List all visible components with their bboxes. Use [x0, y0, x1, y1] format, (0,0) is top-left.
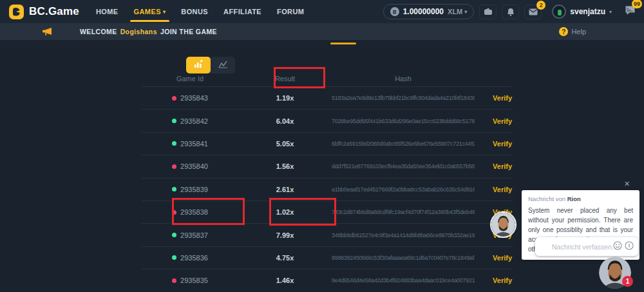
nav-right: ¤ 1.00000000 XLM ▾ [383, 4, 638, 19]
result-value: 5.05x [238, 140, 332, 148]
megaphone-icon [43, 28, 53, 36]
table-row: 29358392.61xa1bb0eaaf17ed4527669f2a0bba8… [142, 178, 512, 200]
game-id: 2935839 [180, 186, 208, 193]
game-id-cell: 2935836 [142, 254, 238, 262]
chat-toggle-button[interactable]: 99 [622, 4, 638, 19]
hash-value: 5183a2ea7e9d8e13fb79bbf21bc9ffc804dada4a… [332, 95, 475, 101]
message-from-label: Nachricht von [528, 195, 565, 202]
table-row: 29358364.75x8988392450666c53f30afaaaea69… [142, 246, 512, 269]
nav-item-home[interactable]: HOME [96, 0, 118, 23]
chevron-down-icon: ▾ [163, 9, 166, 15]
line-chart-icon [218, 59, 228, 71]
question-icon: ? [559, 27, 568, 36]
result-value: 6.04x [238, 117, 332, 125]
game-id: 2935835 [180, 277, 208, 284]
help-label: Help [571, 28, 586, 35]
table-row: 29358431.19x5183a2ea7e9d8e13fb79bbf21bc9… [142, 86, 512, 109]
user-avatar [552, 5, 566, 19]
welcome-username: Dogishans [120, 28, 157, 35]
nav-item-forum[interactable]: FORUM [277, 0, 304, 23]
game-id: 2935837 [180, 231, 208, 239]
verify-link[interactable]: Verify [475, 162, 512, 170]
table-row: 29358401.56xddd7f521e87769103ecf94ea35da… [142, 155, 512, 177]
gif-icon[interactable] [625, 241, 634, 253]
verify-link[interactable]: Verify [475, 117, 512, 125]
status-dot [172, 96, 176, 101]
status-dot [172, 187, 176, 191]
annotation-rect-result-header [274, 67, 325, 88]
brand[interactable]: BC.Game [9, 5, 79, 19]
nav-item-affiliate[interactable]: AFFILIATE [223, 0, 261, 23]
hash-value: a1bb0eaaf17ed4527669f2a0bba8cc53abab26c6… [332, 186, 475, 193]
table-row: 29358377.99x348bb9db61527e4c9f3e4a1414d9… [142, 223, 512, 246]
content-area: Game Id Result Hash 29358431.19x5183a2ea… [0, 40, 644, 292]
game-history-table: Game Id Result Hash 29358431.19x5183a2ea… [142, 71, 512, 292]
user-menu[interactable]: svenjatzu ▾ [552, 5, 612, 19]
status-dot [172, 233, 176, 237]
table-header-row: Game Id Result Hash [142, 71, 512, 86]
nav-item-label: HOME [96, 8, 118, 15]
status-dot [172, 255, 176, 260]
header-game-id: Game Id [142, 75, 238, 83]
message-sender: Rion [567, 195, 581, 202]
game-id: 2935842 [180, 117, 208, 125]
envelope-icon [529, 8, 538, 15]
welcome-bar: WELCOME Dogishans JOIN THE GAME ? Help [0, 23, 644, 40]
game-id-cell: 2935843 [142, 94, 238, 102]
status-dot [172, 278, 176, 283]
hash-value: 348bb9db61527e4c9f3e4a1414d9b8ba66ce8970… [332, 232, 475, 238]
hash-value: 6bffc2a59159d2060d0abc85f526e6be676e5590… [332, 141, 475, 147]
table-body: 29358431.19x5183a2ea7e9d8e13fb79bbf21bc9… [142, 86, 512, 292]
annotation-rect-result-value [269, 198, 336, 226]
nav-item-bonus[interactable]: BONUS [181, 0, 208, 23]
hash-value: 9e4d6546d4e58a42d3b4f924883baa4daac019ce… [332, 277, 475, 284]
nav-item-games[interactable]: GAMES▾ [134, 0, 166, 23]
table-row: 29358415.05x6bffc2a59159d2060d0abc85f526… [142, 132, 512, 155]
verify-link[interactable]: Verify [475, 94, 512, 102]
emoji-icon[interactable] [613, 241, 622, 253]
status-dot [172, 141, 176, 146]
bcgame-logo-icon [9, 5, 24, 19]
verify-link[interactable]: Verify [475, 277, 512, 284]
balance-amount: 1.00000000 [403, 7, 444, 16]
balance-currency: XLM [448, 8, 462, 15]
result-value: 2.61x [238, 186, 332, 193]
active-tab-indicator [330, 43, 356, 44]
game-id: 2935843 [180, 94, 208, 102]
verify-link[interactable]: Verify [475, 140, 512, 148]
verify-link[interactable]: Verify [475, 254, 512, 262]
sender-avatar [490, 211, 516, 238]
game-id-cell: 2935841 [142, 140, 238, 148]
unread-badge: 1 [622, 276, 633, 287]
notifications-button[interactable] [502, 5, 519, 19]
annotation-rect-game-id [172, 198, 245, 225]
wallet-button[interactable] [479, 5, 497, 19]
status-dot [172, 119, 176, 123]
verify-link[interactable]: Verify [475, 186, 512, 193]
balance-selector[interactable]: ¤ 1.00000000 XLM ▾ [383, 4, 475, 19]
table-row: 29358351.46x9e4d6546d4e58a42d3b4f924883b… [142, 269, 512, 291]
wallet-icon [484, 8, 493, 15]
main-nav: HOMEGAMES▾BONUSAFFILIATEFORUM [96, 0, 304, 23]
page: BC.Game HOMEGAMES▾BONUSAFFILIATEFORUM ¤ … [0, 0, 644, 292]
nav-item-label: GAMES [134, 8, 161, 15]
table-row: 29358426.04x7028be95dd95f441b633d6d296e0… [142, 109, 512, 131]
status-dot [172, 164, 176, 169]
hash-value: 8988392450666c53f30afaaaea69c1d6a7c0407e… [332, 255, 475, 261]
chat-input[interactable] [535, 243, 613, 251]
close-icon[interactable]: ✕ [624, 180, 630, 188]
game-id: 2935841 [180, 140, 208, 148]
welcome-label: WELCOME [80, 28, 117, 35]
result-value: 1.19x [238, 94, 332, 102]
hash-value: ddd7f521e87769103ecf94ea35da50ee354efd1c… [332, 163, 475, 170]
chevron-down-icon: ▾ [609, 9, 612, 15]
chat-badge: 99 [632, 0, 642, 8]
hash-value: 743c2d874b6d8a8dcdf9fc19acf4d70f74f12a38… [332, 209, 475, 215]
help-button[interactable]: ? Help [559, 27, 586, 36]
coin-icon: ¤ [390, 7, 399, 16]
result-value: 4.75x [238, 254, 332, 262]
messages-button[interactable]: 2 [524, 5, 542, 19]
game-id-cell: 2935842 [142, 117, 238, 125]
game-id-cell: 2935837 [142, 231, 238, 239]
nav-item-label: AFFILIATE [223, 8, 261, 15]
